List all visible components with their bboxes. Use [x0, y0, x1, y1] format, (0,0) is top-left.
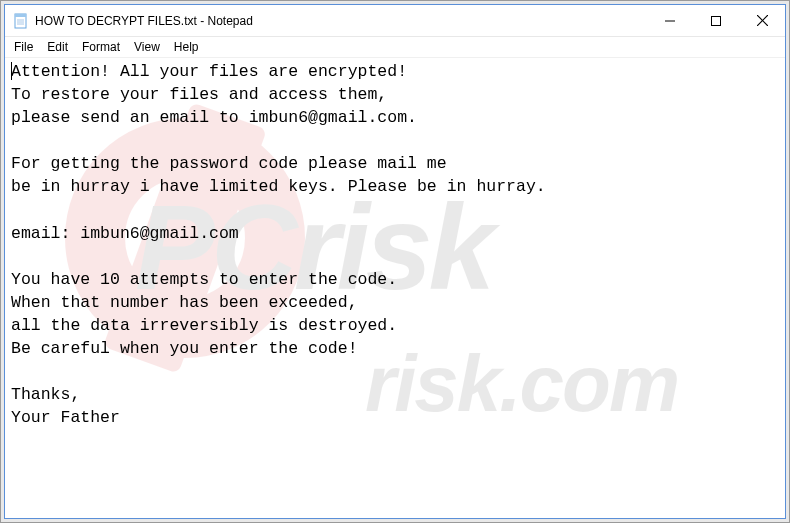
- menu-format[interactable]: Format: [75, 38, 127, 56]
- text-caret: [11, 62, 12, 80]
- window-title: HOW TO DECRYPT FILES.txt - Notepad: [35, 14, 647, 28]
- close-button[interactable]: [739, 5, 785, 36]
- minimize-icon: [665, 16, 675, 26]
- window-controls: [647, 5, 785, 36]
- svg-rect-1: [15, 14, 26, 17]
- text-editor[interactable]: Attention! All your files are encrypted!…: [5, 58, 785, 518]
- close-icon: [757, 15, 768, 26]
- editor-area: PCrisk risk.com Attention! All your file…: [5, 58, 785, 518]
- notepad-icon: [13, 13, 29, 29]
- maximize-icon: [711, 16, 721, 26]
- menu-view[interactable]: View: [127, 38, 167, 56]
- minimize-button[interactable]: [647, 5, 693, 36]
- svg-rect-6: [712, 16, 721, 25]
- menu-edit[interactable]: Edit: [40, 38, 75, 56]
- menubar: File Edit Format View Help: [5, 37, 785, 58]
- notepad-window: HOW TO DECRYPT FILES.txt - Notepad: [4, 4, 786, 519]
- titlebar[interactable]: HOW TO DECRYPT FILES.txt - Notepad: [5, 5, 785, 37]
- menu-file[interactable]: File: [7, 38, 40, 56]
- menu-help[interactable]: Help: [167, 38, 206, 56]
- maximize-button[interactable]: [693, 5, 739, 36]
